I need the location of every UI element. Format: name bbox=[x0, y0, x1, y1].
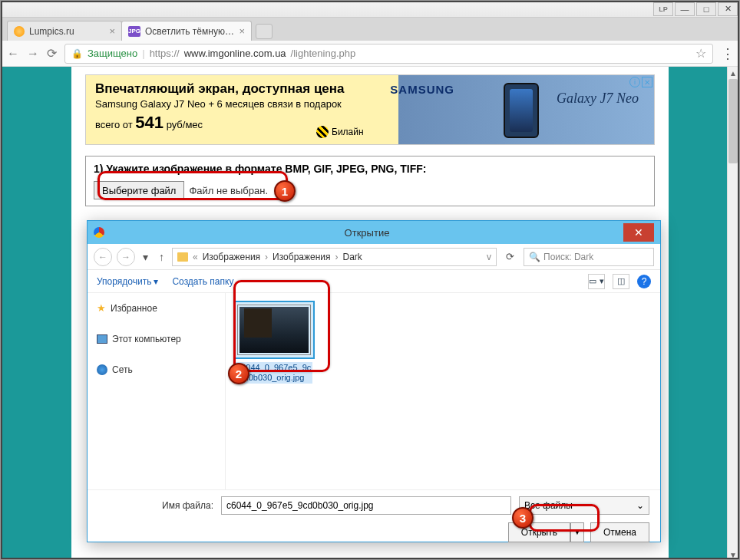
dialog-footer: Имя файла: Все файлы⌄ Открыть ▼ Отмена bbox=[88, 489, 660, 552]
tab-lumpics[interactable]: Lumpics.ru × bbox=[7, 21, 122, 41]
organize-button[interactable]: Упорядочить ▾ bbox=[97, 276, 158, 287]
search-placeholder: Поиск: Dark bbox=[543, 252, 593, 262]
browser-viewport: Впечатляющий экран, доступная цена Samsu… bbox=[1, 67, 739, 560]
ad-from: всего от bbox=[95, 119, 135, 130]
url-proto: https:// bbox=[150, 48, 180, 59]
bookmark-star-icon[interactable]: ☆ bbox=[695, 46, 706, 61]
dialog-forward-icon[interactable]: → bbox=[117, 248, 135, 266]
new-tab-button[interactable] bbox=[256, 24, 273, 39]
nav-back-icon[interactable]: ← bbox=[7, 47, 19, 61]
star-icon: ★ bbox=[97, 302, 106, 314]
dialog-titlebar[interactable]: Открытие ✕ bbox=[88, 221, 660, 244]
folder-icon bbox=[177, 252, 188, 262]
breadcrumb[interactable]: Dark bbox=[343, 252, 362, 262]
ad-banner[interactable]: Впечатляющий экран, доступная цена Samsu… bbox=[85, 74, 655, 145]
callout-badge-3: 3 bbox=[512, 507, 534, 529]
filename-label: Имя файла: bbox=[98, 500, 213, 511]
url-path: /lightening.php bbox=[291, 48, 356, 59]
chevron-down-icon[interactable]: v bbox=[487, 252, 491, 262]
bee-icon bbox=[316, 126, 329, 138]
upload-section: 1) Укажите изображение в формате BMP, GI… bbox=[85, 156, 655, 206]
preview-pane-button[interactable]: ◫ bbox=[613, 274, 629, 289]
favicon-jpg-icon: JPG bbox=[128, 26, 140, 37]
sidebar-item-favorites[interactable]: ★Избранное bbox=[95, 299, 217, 317]
search-icon: 🔍 bbox=[529, 252, 540, 262]
lp-badge: LP bbox=[653, 2, 673, 16]
file-thumbnail bbox=[237, 305, 311, 355]
view-mode-button[interactable]: ▭ ▾ bbox=[588, 274, 605, 289]
breadcrumb[interactable]: Изображения bbox=[273, 252, 330, 262]
open-dropdown-icon[interactable]: ▼ bbox=[570, 522, 584, 542]
favicon-icon bbox=[14, 26, 25, 37]
sidebar-item-pc[interactable]: Этот компьютер bbox=[95, 331, 217, 348]
scroll-down-icon[interactable]: ▼ bbox=[727, 548, 739, 560]
help-icon[interactable]: ? bbox=[637, 275, 651, 288]
breadcrumb[interactable]: Изображения bbox=[203, 252, 260, 262]
files-area[interactable]: c6044_0_967e5_9cd0b030_orig.jpg bbox=[226, 293, 660, 489]
network-icon bbox=[97, 364, 107, 375]
vertical-scrollbar[interactable]: ▲ ▼ bbox=[727, 67, 739, 560]
scroll-thumb[interactable] bbox=[728, 79, 738, 163]
tab-title: Осветлить тёмную фото bbox=[145, 26, 234, 37]
ad-price-line: всего от 541 руб/мес bbox=[95, 113, 645, 133]
chrome-icon bbox=[94, 227, 104, 238]
dialog-back-icon[interactable]: ← bbox=[94, 248, 112, 266]
dialog-sidebar: ★Избранное Этот компьютер Сеть bbox=[88, 293, 226, 489]
secure-label: Защищено bbox=[88, 48, 137, 59]
window-close-button[interactable]: ✕ bbox=[718, 2, 738, 16]
sidebar-item-network[interactable]: Сеть bbox=[95, 361, 217, 378]
no-file-label: Файл не выбран. bbox=[189, 185, 268, 196]
ad-price: 541 bbox=[135, 113, 164, 132]
callout-badge-1: 1 bbox=[274, 180, 296, 202]
os-titlebar: LP — □ ✕ bbox=[1, 1, 739, 18]
tab-imgonline[interactable]: JPG Осветлить тёмную фото × bbox=[121, 21, 252, 41]
ad-info-icon[interactable]: i bbox=[629, 77, 640, 87]
new-folder-button[interactable]: Создать папку bbox=[172, 276, 233, 287]
file-chooser-row: Выберите файл Файл не выбран. bbox=[94, 181, 646, 199]
cancel-button[interactable]: Отмена bbox=[590, 522, 649, 542]
choose-file-button[interactable]: Выберите файл bbox=[94, 181, 184, 199]
url-host: www.imgonline.com.ua bbox=[184, 48, 286, 59]
ad-phone-image bbox=[504, 83, 539, 138]
tab-title: Lumpics.ru bbox=[29, 26, 104, 37]
scroll-up-icon[interactable]: ▲ bbox=[727, 67, 739, 79]
tab-close-icon[interactable]: × bbox=[109, 25, 115, 37]
refresh-icon[interactable]: ⟳ bbox=[501, 251, 519, 262]
url-input[interactable]: 🔒 Защищено | https://www.imgonline.com.u… bbox=[64, 44, 713, 64]
ad-samsung-logo: SAMSUNG bbox=[390, 83, 454, 96]
lock-icon: 🔒 bbox=[71, 48, 83, 59]
filetype-select[interactable]: Все файлы⌄ bbox=[519, 496, 649, 515]
file-thumb-wrapper bbox=[233, 301, 315, 359]
upload-label: 1) Укажите изображение в формате BMP, GI… bbox=[94, 163, 646, 175]
tab-close-icon[interactable]: × bbox=[239, 25, 245, 37]
nav-reload-icon[interactable]: ⟳ bbox=[47, 46, 57, 61]
address-bar: ← → ⟳ 🔒 Защищено | https://www.imgonline… bbox=[1, 41, 739, 67]
dialog-body: ★Избранное Этот компьютер Сеть c6044_0_9… bbox=[88, 293, 660, 489]
dialog-toolbar: Упорядочить ▾ Создать папку ▭ ▾ ◫ ? bbox=[88, 270, 660, 293]
ad-unit: руб/мес bbox=[164, 119, 203, 130]
browser-menu-icon[interactable]: ⋮ bbox=[721, 45, 733, 62]
dialog-up-icon[interactable]: ▾ bbox=[140, 251, 151, 263]
dialog-title: Открытие bbox=[111, 227, 623, 239]
dialog-path-input[interactable]: « Изображения › Изображения › Dark v bbox=[172, 248, 497, 266]
ad-close-icon[interactable]: ✕ bbox=[642, 77, 652, 87]
window-maximize-button[interactable]: □ bbox=[696, 2, 716, 16]
dialog-nav-row: ← → ▾ ↑ « Изображения › Изображения › Da… bbox=[88, 244, 660, 270]
ad-brand: Билайн bbox=[316, 126, 364, 138]
pc-icon bbox=[97, 334, 107, 344]
ad-galaxy-text: Galaxy J7 Neo bbox=[557, 91, 639, 107]
window-minimize-button[interactable]: — bbox=[675, 2, 695, 16]
dialog-up-arrow-icon[interactable]: ↑ bbox=[156, 251, 167, 263]
dialog-close-button[interactable]: ✕ bbox=[623, 223, 654, 242]
filename-input[interactable] bbox=[221, 496, 511, 515]
dialog-search-input[interactable]: 🔍 Поиск: Dark bbox=[524, 248, 654, 266]
tab-strip: Lumpics.ru × JPG Осветлить тёмную фото × bbox=[1, 18, 739, 41]
chevron-down-icon: ▾ bbox=[154, 276, 158, 287]
chevron-down-icon: ⌄ bbox=[636, 500, 644, 511]
nav-forward-icon[interactable]: → bbox=[27, 47, 39, 61]
file-open-dialog: Открытие ✕ ← → ▾ ↑ « Изображения › Изобр… bbox=[87, 220, 661, 542]
callout-badge-2: 2 bbox=[228, 363, 249, 384]
